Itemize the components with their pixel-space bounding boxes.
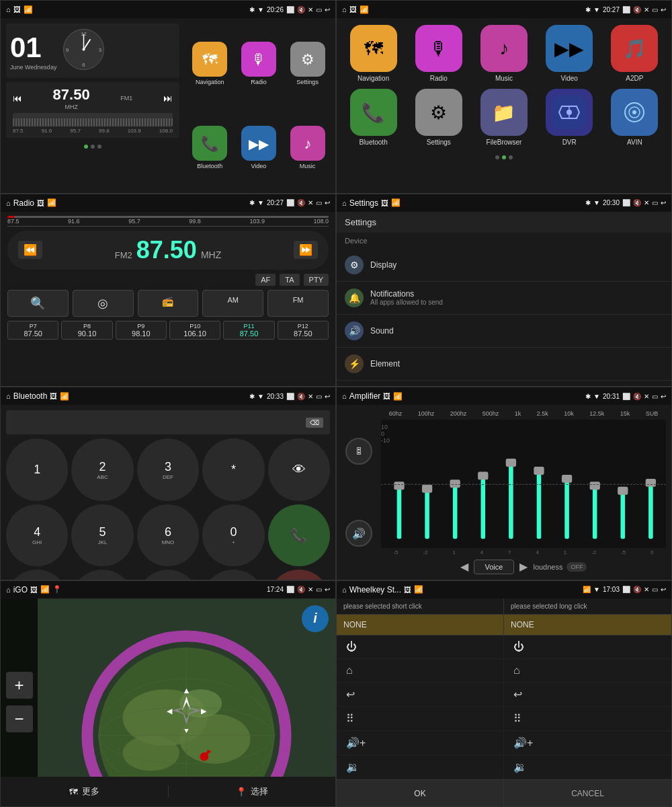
wk-item-power-left[interactable]: ⏻ <box>337 636 504 658</box>
home-icon-6[interactable]: ⌂ <box>342 392 347 400</box>
amp-speaker-btn[interactable]: 🔊 <box>345 520 372 547</box>
app2-filebrowser[interactable]: 📁 FileBrowser <box>474 89 534 146</box>
wk-item-voldown-left[interactable]: 🔉 <box>337 755 504 779</box>
am-btn[interactable]: AM <box>202 290 263 317</box>
preset-p9[interactable]: P9 98.10 <box>116 321 167 340</box>
bt-key-2[interactable]: 2ABC <box>71 438 133 500</box>
home-icon-5[interactable]: ⌂ <box>6 392 11 400</box>
radio-prev-btn[interactable]: ⏪ <box>18 241 42 259</box>
back-icon-8[interactable]: ↩ <box>661 586 666 593</box>
bt-key-3[interactable]: 3DEF <box>137 438 199 500</box>
home-icon-2[interactable]: ⌂ <box>342 5 347 13</box>
bt-key-contacts[interactable]: 👁 <box>268 438 330 500</box>
dot2-1[interactable] <box>495 155 499 159</box>
preset-p7[interactable]: P7 87.50 <box>7 321 58 340</box>
wk-item-volup-left[interactable]: 🔊+ <box>337 731 504 755</box>
amp-prev-preset[interactable]: ◀ <box>460 560 468 573</box>
dot2-3[interactable] <box>509 155 513 159</box>
bt-key-9[interactable]: 9WXYZ <box>137 570 199 580</box>
preset-p11[interactable]: P11 87.50 <box>223 321 274 340</box>
app2-radio[interactable]: 🎙 Radio <box>409 25 468 82</box>
bt-key-1[interactable]: 1 <box>6 438 68 500</box>
af-btn[interactable]: AF <box>255 274 276 286</box>
wk-item-back-right[interactable]: ↩ <box>504 683 671 706</box>
radio-search-btn[interactable]: 🔍 <box>7 290 69 317</box>
bt-key-7[interactable]: 7PQRS <box>6 570 68 580</box>
app2-video[interactable]: ▶▶ Video <box>540 25 599 82</box>
wk-item-power-right[interactable]: ⏻ <box>504 636 671 658</box>
close-icon-2[interactable]: ✕ <box>644 6 649 13</box>
app2-music[interactable]: ♪ Music <box>474 25 534 82</box>
ta-btn[interactable]: TA <box>280 274 299 286</box>
radio-next-btn[interactable]: ⏩ <box>294 241 318 259</box>
app2-avin[interactable]: AVIN <box>605 89 665 146</box>
close-icon-3[interactable]: ✕ <box>308 199 313 206</box>
fm-btn[interactable]: FM <box>267 290 329 317</box>
app2-a2dp[interactable]: 🎵 A2DP <box>605 25 665 82</box>
app-settings-1[interactable]: ⚙ Settings <box>285 24 330 104</box>
wk-item-back-left[interactable]: ↩ <box>337 683 504 706</box>
close-icon-5[interactable]: ✕ <box>308 393 313 400</box>
bt-key-hash[interactable]: # <box>202 570 264 580</box>
nav-more-btn[interactable]: 🗺 更多 <box>1 785 169 798</box>
home-icon-3[interactable]: ⌂ <box>6 199 11 207</box>
back-icon-5[interactable]: ↩ <box>325 393 330 400</box>
app-music-1[interactable]: ♪ Music <box>285 108 330 188</box>
wk-item-home-left[interactable]: ⌂ <box>337 659 504 682</box>
wk-item-voldown-right[interactable]: 🔉 <box>504 755 671 779</box>
bt-key-hangup[interactable]: 📵 <box>268 570 330 580</box>
amp-eq-btn[interactable]: 🎛 <box>345 438 372 465</box>
preset-p8[interactable]: P8 90.10 <box>61 321 112 340</box>
prev-btn-home[interactable]: ⏮ <box>13 93 22 104</box>
wk-item-home-right[interactable]: ⌂ <box>504 659 671 682</box>
wk-item-menu-left[interactable]: ⠿ <box>337 707 504 730</box>
dot-3[interactable] <box>97 145 101 149</box>
back-icon-7[interactable]: ↩ <box>325 586 330 593</box>
bt-key-8[interactable]: 8TUV <box>71 570 133 580</box>
app-radio[interactable]: 🎙 Radio <box>237 24 282 104</box>
nav-zoom-out[interactable]: − <box>6 705 33 732</box>
app-navigation[interactable]: 🗺 Navigation <box>187 24 233 104</box>
bt-key-call[interactable]: 📞 <box>268 504 330 566</box>
nav-info-btn[interactable]: i <box>302 605 329 632</box>
wk-none-1[interactable]: NONE <box>337 615 504 636</box>
preset-p10[interactable]: P10 106.10 <box>169 321 220 340</box>
bt-key-5[interactable]: 5JKL <box>71 504 133 566</box>
home-icon-7[interactable]: ⌂ <box>6 586 11 594</box>
home-icon[interactable]: ⌂ <box>6 5 11 13</box>
dot-2[interactable] <box>91 145 95 149</box>
app-video-1[interactable]: ▶▶ Video <box>237 108 282 188</box>
app2-navigation[interactable]: 🗺 Navigation <box>343 25 403 82</box>
home-icon-8[interactable]: ⌂ <box>342 586 347 594</box>
pty-btn[interactable]: PTY <box>304 274 329 286</box>
nav-zoom-in[interactable]: + <box>6 672 33 699</box>
app2-dvr[interactable]: DVR <box>540 89 599 146</box>
bt-key-0[interactable]: 0+ <box>202 504 264 566</box>
wk-item-menu-right[interactable]: ⠿ <box>504 707 671 730</box>
close-icon-4[interactable]: ✕ <box>644 199 649 206</box>
app2-bluetooth[interactable]: 📞 Bluetooth <box>343 89 403 146</box>
wk-ok-btn[interactable]: OK <box>337 780 504 806</box>
amp-next-preset[interactable]: ▶ <box>519 560 528 573</box>
dot2-2[interactable] <box>502 155 506 159</box>
close-icon-8[interactable]: ✕ <box>644 586 649 593</box>
loudness-toggle[interactable]: OFF <box>566 562 587 572</box>
wk-none-2[interactable]: NONE <box>504 615 671 636</box>
back-icon-1[interactable]: ↩ <box>325 6 330 13</box>
app-bluetooth-1[interactable]: 📞 Bluetooth <box>187 108 233 188</box>
bt-key-6[interactable]: 6MNO <box>137 504 199 566</box>
bt-key-star[interactable]: * <box>202 438 264 500</box>
settings-element[interactable]: ⚡ Element <box>337 348 671 381</box>
settings-display[interactable]: ⚙ Display <box>337 249 671 282</box>
dot-1[interactable] <box>84 145 88 149</box>
wk-item-volup-right[interactable]: 🔊+ <box>504 731 671 755</box>
bt-key-4[interactable]: 4GHI <box>6 504 68 566</box>
back-icon-6[interactable]: ↩ <box>661 393 666 400</box>
settings-notifications[interactable]: 🔔 Notifications All apps allowed to send <box>337 282 671 315</box>
amp-voice-btn[interactable]: Voice <box>474 560 515 574</box>
nav-select-btn[interactable]: 📍 选择 <box>169 785 336 798</box>
settings-sound[interactable]: 🔊 Sound <box>337 315 671 348</box>
home-icon-4[interactable]: ⌂ <box>342 199 347 207</box>
app2-settings[interactable]: ⚙ Settings <box>409 89 468 146</box>
back-icon-2[interactable]: ↩ <box>661 6 666 13</box>
